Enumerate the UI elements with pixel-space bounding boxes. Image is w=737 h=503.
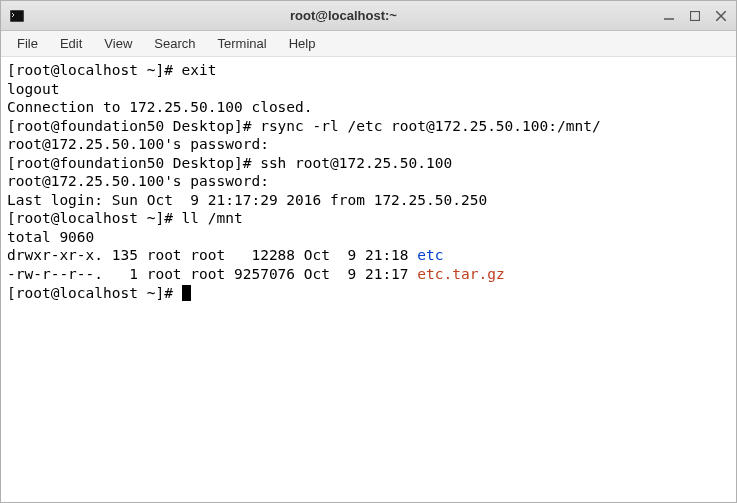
menu-edit[interactable]: Edit [50, 33, 92, 54]
terminal-line: root@172.25.50.100's password: [7, 173, 278, 189]
menu-terminal[interactable]: Terminal [208, 33, 277, 54]
titlebar[interactable]: root@localhost:~ [1, 1, 736, 31]
archive-name: etc.tar.gz [417, 266, 504, 282]
menu-view[interactable]: View [94, 33, 142, 54]
terminal-line: root@172.25.50.100's password: [7, 136, 278, 152]
terminal-prompt: [root@localhost ~]# [7, 285, 182, 301]
terminal-line: drwxr-xr-x. 135 root root 12288 Oct 9 21… [7, 247, 417, 263]
terminal-line: [root@localhost ~]# ll /mnt [7, 210, 243, 226]
menu-search[interactable]: Search [144, 33, 205, 54]
terminal-line: total 9060 [7, 229, 94, 245]
cursor [182, 285, 191, 301]
terminal-line: [root@localhost ~]# exit [7, 62, 217, 78]
terminal-line: logout [7, 81, 59, 97]
terminal-line: [root@foundation50 Desktop]# rsync -rl /… [7, 118, 601, 134]
minimize-button[interactable] [662, 9, 676, 23]
terminal-line: -rw-r--r--. 1 root root 9257076 Oct 9 21… [7, 266, 417, 282]
maximize-button[interactable] [688, 9, 702, 23]
terminal-window: root@localhost:~ File Edit View Search T… [0, 0, 737, 503]
svg-rect-3 [691, 11, 700, 20]
close-button[interactable] [714, 9, 728, 23]
menu-file[interactable]: File [7, 33, 48, 54]
terminal-line: Last login: Sun Oct 9 21:17:29 2016 from… [7, 192, 487, 208]
menubar: File Edit View Search Terminal Help [1, 31, 736, 57]
terminal-icon [9, 8, 25, 24]
window-title: root@localhost:~ [25, 8, 662, 23]
menu-help[interactable]: Help [279, 33, 326, 54]
window-controls [662, 9, 728, 23]
directory-name: etc [417, 247, 443, 263]
terminal-line: Connection to 172.25.50.100 closed. [7, 99, 313, 115]
terminal-content[interactable]: [root@localhost ~]# exit logout Connecti… [1, 57, 736, 502]
terminal-line: [root@foundation50 Desktop]# ssh root@17… [7, 155, 452, 171]
